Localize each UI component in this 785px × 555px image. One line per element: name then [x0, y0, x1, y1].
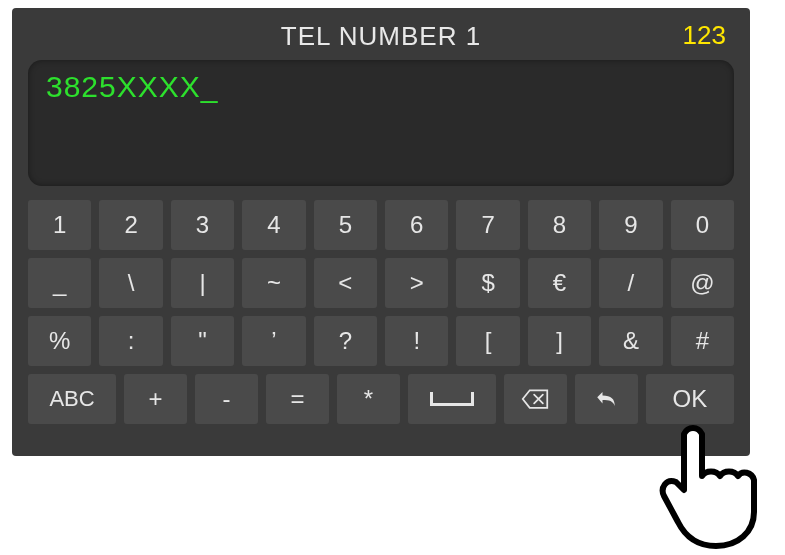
key-colon[interactable]: : — [99, 316, 162, 366]
keyboard: 1 2 3 4 5 6 7 8 9 0 _ \ | ~ < > $ € / @ … — [28, 200, 734, 424]
spacebar-icon — [430, 392, 474, 406]
key-0[interactable]: 0 — [671, 200, 734, 250]
key-underscore[interactable]: _ — [28, 258, 91, 308]
key-row-4: ABC + - = * OK — [28, 374, 734, 424]
key-pipe[interactable]: | — [171, 258, 234, 308]
key-row-2: _ \ | ~ < > $ € / @ — [28, 258, 734, 308]
key-bracket-open[interactable]: [ — [456, 316, 519, 366]
key-backslash[interactable]: \ — [99, 258, 162, 308]
key-ampersand[interactable]: & — [599, 316, 662, 366]
key-1[interactable]: 1 — [28, 200, 91, 250]
key-5[interactable]: 5 — [314, 200, 377, 250]
key-apostrophe[interactable]: ’ — [242, 316, 305, 366]
key-at[interactable]: @ — [671, 258, 734, 308]
key-less-than[interactable]: < — [314, 258, 377, 308]
key-asterisk[interactable]: * — [337, 374, 400, 424]
key-6[interactable]: 6 — [385, 200, 448, 250]
key-backspace[interactable] — [504, 374, 567, 424]
cursor-icon: _ — [201, 70, 219, 103]
key-2[interactable]: 2 — [99, 200, 162, 250]
key-abc-mode[interactable]: ABC — [28, 374, 116, 424]
key-7[interactable]: 7 — [456, 200, 519, 250]
key-slash[interactable]: / — [599, 258, 662, 308]
input-value: 3825XXXX — [46, 70, 201, 103]
undo-icon — [592, 387, 620, 411]
keyboard-panel: TEL NUMBER 1 123 3825XXXX_ 1 2 3 4 5 6 7… — [12, 8, 750, 456]
key-euro[interactable]: € — [528, 258, 591, 308]
key-hash[interactable]: # — [671, 316, 734, 366]
key-exclaim[interactable]: ! — [385, 316, 448, 366]
key-3[interactable]: 3 — [171, 200, 234, 250]
key-9[interactable]: 9 — [599, 200, 662, 250]
key-space[interactable] — [408, 374, 496, 424]
input-display[interactable]: 3825XXXX_ — [28, 60, 734, 186]
key-row-3: % : " ’ ? ! [ ] & # — [28, 316, 734, 366]
key-plus[interactable]: + — [124, 374, 187, 424]
key-4[interactable]: 4 — [242, 200, 305, 250]
key-quote[interactable]: " — [171, 316, 234, 366]
key-bracket-close[interactable]: ] — [528, 316, 591, 366]
header: TEL NUMBER 1 123 — [28, 18, 734, 54]
key-minus[interactable]: - — [195, 374, 258, 424]
key-undo[interactable] — [575, 374, 638, 424]
key-question[interactable]: ? — [314, 316, 377, 366]
key-dollar[interactable]: $ — [456, 258, 519, 308]
input-mode-indicator: 123 — [683, 20, 726, 51]
screen-title: TEL NUMBER 1 — [281, 21, 481, 52]
key-row-1: 1 2 3 4 5 6 7 8 9 0 — [28, 200, 734, 250]
key-8[interactable]: 8 — [528, 200, 591, 250]
key-ok[interactable]: OK — [646, 374, 734, 424]
key-equals[interactable]: = — [266, 374, 329, 424]
key-greater-than[interactable]: > — [385, 258, 448, 308]
backspace-icon — [521, 387, 549, 411]
key-tilde[interactable]: ~ — [242, 258, 305, 308]
key-percent[interactable]: % — [28, 316, 91, 366]
